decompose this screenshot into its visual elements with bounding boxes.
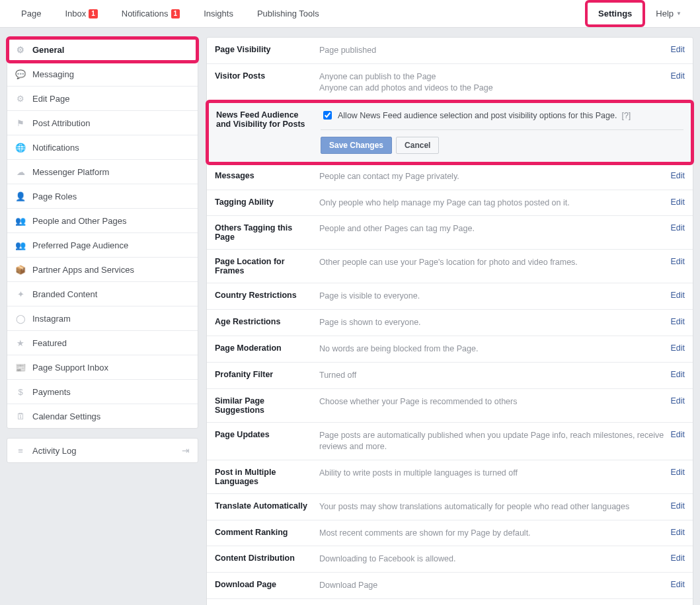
sidebar-item-branded-content[interactable]: ✦Branded Content xyxy=(7,282,198,306)
setting-value: Page posts are automatically published w… xyxy=(319,430,670,452)
settings-panel: Page VisibilityPage publishedEditVisitor… xyxy=(206,37,693,605)
setting-label: Post in Multiple Languages xyxy=(215,468,319,486)
sidebar-item-people-and-other-pages[interactable]: 👥People and Other Pages xyxy=(7,209,198,233)
sidebar-icon: 📰 xyxy=(15,362,26,373)
sidebar-item-label: Edit Page xyxy=(32,94,69,104)
setting-value: Downloading to Facebook is allowed. xyxy=(319,553,670,565)
help-icon[interactable]: [?] xyxy=(621,111,631,120)
layout: ⚙General💬Messaging⚙Edit Page⚑Post Attrib… xyxy=(0,28,700,605)
sidebar-item-general[interactable]: ⚙General xyxy=(7,38,198,62)
setting-value: Download Page xyxy=(319,580,670,591)
setting-row-page-updates: Page UpdatesPage posts are automatically… xyxy=(207,423,693,460)
nav-left: Page Inbox 1 Notifications 1 Insights Pu… xyxy=(9,0,331,27)
sidebar-item-label: Page Roles xyxy=(32,192,77,201)
setting-row-others-tagging-this-page: Others Tagging this PagePeople and other… xyxy=(207,216,693,250)
setting-label: Similar Page Suggestions xyxy=(215,396,319,415)
nav-spacer xyxy=(331,0,585,27)
setting-value: No words are being blocked from the Page… xyxy=(319,343,670,355)
sidebar-item-instagram[interactable]: ◯Instagram xyxy=(7,306,198,331)
newsfeed-checkbox-label: Allow News Feed audience selection and p… xyxy=(338,110,631,122)
cancel-button[interactable]: Cancel xyxy=(396,137,439,154)
setting-value: Page is shown to everyone. xyxy=(319,317,670,328)
sidebar-item-page-support-inbox[interactable]: 📰Page Support Inbox xyxy=(7,355,198,380)
edit-link[interactable]: Edit xyxy=(670,580,685,591)
sidebar-item-calendar-settings[interactable]: 🗓Calendar Settings xyxy=(7,404,198,428)
setting-label: Page Moderation xyxy=(215,343,319,355)
sidebar-item-label: Messaging xyxy=(32,69,74,79)
nav-settings[interactable]: Settings xyxy=(589,6,641,21)
edit-link[interactable]: Edit xyxy=(670,430,685,452)
setting-value: Only people who help manage my Page can … xyxy=(319,197,670,209)
edit-link[interactable]: Edit xyxy=(670,396,685,415)
nav-page[interactable]: Page xyxy=(9,0,53,27)
sidebar-item-payments[interactable]: $Payments xyxy=(7,380,198,404)
setting-row-messages: MessagesPeople can contact my Page priva… xyxy=(207,164,693,190)
setting-value: Turned off xyxy=(319,370,670,381)
edit-link[interactable]: Edit xyxy=(670,45,685,56)
sidebar-activity-label: Activity Log xyxy=(32,446,76,456)
setting-row-similar-page-suggestions: Similar Page SuggestionsChoose whether y… xyxy=(207,389,693,423)
edit-link[interactable]: Edit xyxy=(670,171,685,182)
setting-row-page-location-for-frames: Page Location for FramesOther people can… xyxy=(207,250,693,283)
edit-link[interactable]: Edit xyxy=(670,553,685,565)
nav-publishing-tools[interactable]: Publishing Tools xyxy=(245,0,331,27)
sidebar-icon: 📦 xyxy=(15,264,26,275)
setting-row-comment-ranking: Comment RankingMost recent comments are … xyxy=(207,520,693,547)
edit-link[interactable]: Edit xyxy=(670,71,685,94)
nav-inbox[interactable]: Inbox 1 xyxy=(53,0,109,27)
edit-link[interactable]: Edit xyxy=(670,343,685,355)
edit-link[interactable]: Edit xyxy=(670,257,685,275)
setting-row-profanity-filter: Profanity FilterTurned offEdit xyxy=(207,363,693,389)
sidebar-item-preferred-page-audience[interactable]: 👥Preferred Page Audience xyxy=(7,233,198,258)
sidebar-item-messenger-platform[interactable]: ☁Messenger Platform xyxy=(7,160,198,184)
edit-link[interactable]: Edit xyxy=(670,317,685,328)
sidebar-item-partner-apps-and-services[interactable]: 📦Partner Apps and Services xyxy=(7,258,198,282)
save-changes-button[interactable]: Save Changes xyxy=(321,137,392,154)
edit-link[interactable]: Edit xyxy=(670,370,685,381)
chevron-down-icon: ▼ xyxy=(676,11,681,17)
sidebar-item-label: Partner Apps and Services xyxy=(32,265,134,275)
edit-link[interactable]: Edit xyxy=(670,223,685,242)
nav-help-label: Help xyxy=(656,9,674,18)
inbox-badge: 1 xyxy=(89,9,98,18)
sidebar-item-label: Featured xyxy=(32,338,67,348)
sidebar-icon: ☁ xyxy=(15,166,26,177)
nav-help[interactable]: Help ▼ xyxy=(645,0,692,27)
nav-inbox-label: Inbox xyxy=(65,9,86,18)
sidebar-item-page-roles[interactable]: 👤Page Roles xyxy=(7,184,198,209)
sidebar-item-notifications[interactable]: 🌐Notifications xyxy=(7,135,198,160)
sidebar-item-activity-log[interactable]: ≡ Activity Log ⇥ xyxy=(7,439,198,462)
setting-row-download-page: Download PageDownload PageEdit xyxy=(207,573,693,599)
sidebar-item-messaging[interactable]: 💬Messaging xyxy=(7,62,198,87)
setting-label: Messages xyxy=(215,171,319,182)
sidebar-icon: 👤 xyxy=(15,191,26,201)
sidebar-icon: ⚙ xyxy=(15,44,26,55)
setting-value: Anyone can publish to the PageAnyone can… xyxy=(319,71,670,94)
sidebar-item-label: Messenger Platform xyxy=(32,167,109,177)
sidebar-item-post-attribution[interactable]: ⚑Post Attribution xyxy=(7,111,198,135)
nav-insights[interactable]: Insights xyxy=(192,0,245,27)
setting-value: Your posts may show translations automat… xyxy=(319,501,670,513)
edit-link[interactable]: Edit xyxy=(670,197,685,209)
sidebar-icon: ⚑ xyxy=(15,118,26,128)
edit-link[interactable]: Edit xyxy=(670,291,685,302)
setting-value: People and other Pages can tag my Page. xyxy=(319,223,670,242)
setting-label: Translate Automatically xyxy=(215,501,319,513)
edit-link[interactable]: Edit xyxy=(670,501,685,513)
edit-link[interactable]: Edit xyxy=(670,468,685,486)
notifications-badge: 1 xyxy=(171,9,180,18)
newsfeed-checkbox-row[interactable]: Allow News Feed audience selection and p… xyxy=(321,110,683,122)
setting-row-news-feed-audience: News Feed Audience and Visibility for Po… xyxy=(207,101,693,164)
setting-row-age-restrictions: Age RestrictionsPage is shown to everyon… xyxy=(207,310,693,336)
export-icon: ⇥ xyxy=(182,445,190,456)
sidebar-item-label: Post Attribution xyxy=(32,118,90,128)
newsfeed-checkbox[interactable] xyxy=(323,111,332,120)
setting-label: Tagging Ability xyxy=(215,197,319,209)
setting-label: Country Restrictions xyxy=(215,291,319,302)
edit-link[interactable]: Edit xyxy=(670,528,685,539)
setting-value: Other people can use your Page's locatio… xyxy=(319,257,670,275)
sidebar-icon: 👥 xyxy=(15,215,26,226)
nav-notifications[interactable]: Notifications 1 xyxy=(110,0,192,27)
sidebar-item-edit-page[interactable]: ⚙Edit Page xyxy=(7,87,198,111)
sidebar-item-featured[interactable]: ★Featured xyxy=(7,331,198,355)
